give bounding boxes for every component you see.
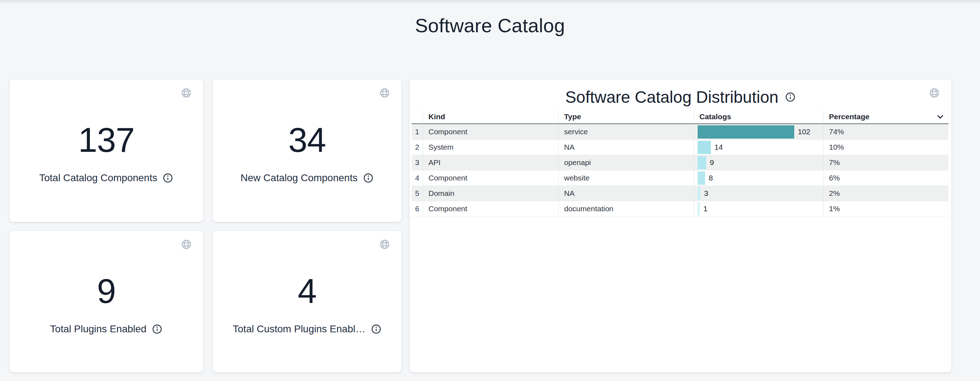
catalog-count: 3 xyxy=(704,189,708,198)
stat-label: New Catalog Components xyxy=(240,172,358,184)
row-index: 4 xyxy=(412,171,423,186)
row-index: 2 xyxy=(412,140,423,155)
stat-card-total-plugins-enabled: 9 Total Plugins Enabled xyxy=(9,231,203,372)
cell-type: NA xyxy=(558,140,694,155)
info-icon[interactable] xyxy=(371,324,382,335)
catalog-count: 8 xyxy=(709,174,713,182)
cell-catalogs: 102 xyxy=(694,124,823,140)
cell-kind: System xyxy=(423,140,558,155)
cell-type: website xyxy=(558,171,694,186)
cell-catalogs: 9 xyxy=(694,155,823,171)
cell-catalogs: 3 xyxy=(694,186,823,201)
stat-label: Total Custom Plugins Enabl… xyxy=(233,324,365,335)
distribution-title: Software Catalog Distribution xyxy=(565,88,778,107)
info-icon[interactable] xyxy=(363,172,374,183)
stat-value: 4 xyxy=(298,274,317,308)
row-index: 1 xyxy=(412,124,423,140)
cell-kind: Component xyxy=(423,124,558,140)
stat-value: 34 xyxy=(288,123,326,157)
catalog-bar xyxy=(698,187,700,200)
stat-card-new-catalog-components: 34 New Catalog Components xyxy=(213,80,402,222)
column-header-percentage[interactable]: Percentage xyxy=(823,110,948,124)
cell-kind: Component xyxy=(423,201,558,217)
cell-percentage: 74% xyxy=(823,124,948,140)
stat-label: Total Plugins Enabled xyxy=(50,324,146,335)
catalog-count: 9 xyxy=(710,158,714,167)
row-index: 6 xyxy=(412,201,423,217)
chevron-down-icon[interactable] xyxy=(935,112,945,121)
info-icon[interactable] xyxy=(152,324,162,335)
column-header-type[interactable]: Type xyxy=(558,110,694,124)
catalog-bar xyxy=(698,141,711,154)
column-header-catalogs[interactable]: Catalogs xyxy=(694,110,823,124)
cell-kind: API xyxy=(423,155,558,171)
catalog-bar xyxy=(698,172,705,185)
cell-type: openapi xyxy=(558,155,694,171)
catalog-count: 102 xyxy=(798,128,810,136)
cell-catalogs: 8 xyxy=(694,171,823,186)
stat-card-total-custom-plugins-enabled: 4 Total Custom Plugins Enabl… xyxy=(213,231,402,372)
stat-value: 9 xyxy=(97,274,116,308)
cell-percentage: 6% xyxy=(823,171,948,186)
column-header-index xyxy=(412,110,423,124)
catalog-bar xyxy=(698,156,706,169)
cell-catalogs: 14 xyxy=(694,140,823,155)
catalog-count: 14 xyxy=(714,143,723,151)
stat-label: Total Catalog Components xyxy=(39,172,158,184)
row-index: 3 xyxy=(412,155,423,171)
cell-percentage: 1% xyxy=(823,201,948,217)
cell-type: documentation xyxy=(558,201,694,217)
distribution-card: Software Catalog Distribution Kind Type … xyxy=(409,80,951,372)
row-index: 5 xyxy=(412,186,423,201)
info-icon[interactable] xyxy=(785,92,795,102)
cell-catalogs: 1 xyxy=(694,201,823,217)
cell-percentage: 7% xyxy=(823,155,948,171)
cell-kind: Component xyxy=(423,171,558,186)
catalog-bar xyxy=(698,125,794,139)
cell-type: NA xyxy=(558,186,694,201)
info-icon[interactable] xyxy=(162,172,173,183)
stat-card-total-catalog-components: 137 Total Catalog Components xyxy=(9,80,203,222)
distribution-table: Kind Type Catalogs Percentage 1 Componen… xyxy=(412,110,948,217)
cell-percentage: 2% xyxy=(823,186,948,201)
cell-type: service xyxy=(558,124,694,140)
stat-value: 137 xyxy=(78,123,134,157)
cell-percentage: 10% xyxy=(823,140,948,155)
catalog-bar xyxy=(698,202,700,215)
column-header-label: Percentage xyxy=(829,112,869,121)
column-header-kind[interactable]: Kind xyxy=(423,110,558,124)
cell-kind: Domain xyxy=(423,186,558,201)
catalog-count: 1 xyxy=(703,204,708,213)
page-title: Software Catalog xyxy=(0,14,980,37)
